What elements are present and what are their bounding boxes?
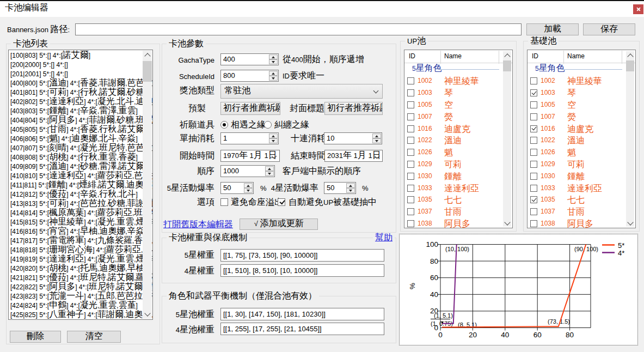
svg-text:40: 40 — [501, 331, 509, 339]
svg-text:80: 80 — [566, 331, 574, 339]
svg-text:0: 0 — [438, 331, 443, 339]
svg-text:60: 60 — [430, 274, 438, 282]
svg-text:40: 40 — [430, 290, 438, 299]
svg-text:(10, 100): (10, 100) — [445, 246, 469, 252]
svg-text:(1, 5.1): (1, 5.1) — [434, 312, 453, 319]
svg-text:5*: 5* — [618, 241, 624, 250]
svg-text:(90, 100): (90, 100) — [574, 246, 598, 252]
svg-text:%: % — [408, 283, 416, 289]
svg-text:60: 60 — [533, 331, 542, 339]
svg-text:20: 20 — [469, 331, 477, 339]
svg-text:100: 100 — [426, 240, 438, 248]
svg-text:80: 80 — [430, 257, 438, 265]
svg-text:4*: 4* — [618, 249, 624, 257]
